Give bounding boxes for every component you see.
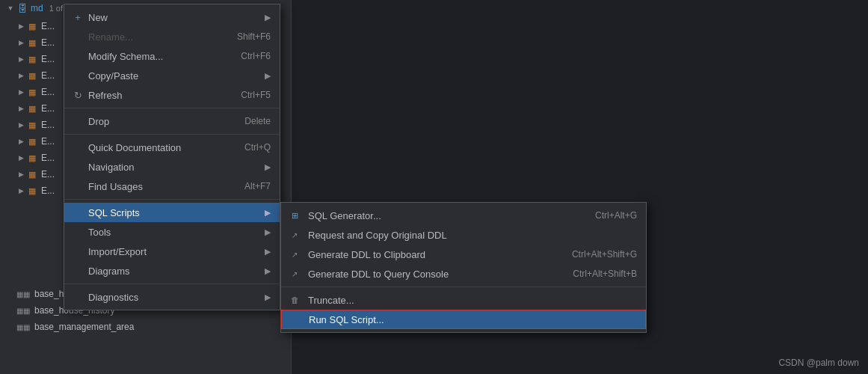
modify-shortcut: Ctrl+F6 bbox=[241, 51, 271, 61]
menu-item-quick-doc[interactable]: Quick Documentation Ctrl+Q bbox=[64, 138, 280, 157]
drop-shortcut: Delete bbox=[244, 116, 271, 126]
menu-item-refresh-label: Refresh bbox=[88, 90, 226, 101]
menu-item-copy-paste[interactable]: Copy/Paste ▶ bbox=[64, 66, 280, 85]
separator-2 bbox=[64, 134, 280, 135]
tree-label: E... bbox=[41, 87, 55, 97]
menu-item-new[interactable]: + New ▶ bbox=[64, 7, 280, 27]
tree-base-mgmt[interactable]: ▦▦ base_management_area bbox=[0, 319, 291, 335]
menu-item-new-label: New bbox=[88, 12, 259, 23]
chevron-right-icon: ▶ bbox=[16, 121, 25, 129]
submenu-runsql-label: Run SQL Script... bbox=[309, 314, 636, 325]
submenu-arrow-icon: ▶ bbox=[265, 71, 271, 81]
submenu-separator-1 bbox=[281, 286, 646, 287]
chevron-right-icon: ▶ bbox=[16, 22, 25, 30]
menu-item-drop[interactable]: Drop Delete bbox=[64, 111, 280, 131]
table-grid-icon: ▦▦ bbox=[16, 307, 30, 315]
menu-item-sqlscripts-label: SQL Scripts bbox=[88, 207, 259, 218]
menu-item-modify-schema[interactable]: Modify Schema... Ctrl+F6 bbox=[64, 46, 280, 66]
table-icon: ▦ bbox=[28, 71, 36, 81]
trash-icon: 🗑 bbox=[289, 294, 301, 306]
chevron-right-icon: ▶ bbox=[16, 154, 25, 162]
menu-item-find-usages[interactable]: Find Usages Alt+F7 bbox=[64, 177, 280, 196]
menu-item-findusages-label: Find Usages bbox=[88, 181, 230, 192]
submenu-arrow-icon: ▶ bbox=[265, 292, 271, 302]
external-link-icon: ↗ bbox=[289, 248, 301, 260]
submenu-item-request-copy-ddl[interactable]: ↗ Request and Copy Original DDL bbox=[281, 225, 646, 245]
menu-item-sql-scripts[interactable]: SQL Scripts ▶ bbox=[64, 203, 280, 222]
submenu-genddlconsole-label: Generate DDL to Query Console bbox=[308, 269, 558, 280]
menu-item-rename: Rename... Shift+F6 bbox=[64, 27, 280, 46]
chevron-right-icon: ▶ bbox=[16, 39, 25, 46]
menu-item-rename-label: Rename... bbox=[88, 31, 222, 43]
submenu-item-gen-ddl-console[interactable]: ↗ Generate DDL to Query Console Ctrl+Alt… bbox=[281, 264, 646, 283]
submenu-item-run-sql-script[interactable]: Run SQL Script... bbox=[281, 310, 646, 329]
chevron-right-icon: ▶ bbox=[16, 187, 25, 194]
menu-item-diagrams-label: Diagrams bbox=[88, 266, 259, 277]
separator-1 bbox=[64, 108, 280, 108]
menu-item-drop-label: Drop bbox=[88, 116, 230, 127]
submenu-item-truncate[interactable]: 🗑 Truncate... bbox=[281, 290, 646, 310]
table-icon: ▦ bbox=[28, 104, 36, 114]
menu-item-refresh[interactable]: ↻ Refresh Ctrl+F5 bbox=[64, 85, 280, 105]
db-icon: 🗄 bbox=[18, 3, 28, 14]
submenu-sqlgen-label: SQL Generator... bbox=[308, 210, 580, 221]
submenu-item-gen-ddl-clipboard[interactable]: ↗ Generate DDL to Clipboard Ctrl+Alt+Shi… bbox=[281, 245, 646, 264]
findusages-shortcut: Alt+F7 bbox=[244, 181, 271, 191]
quickdoc-shortcut: Ctrl+Q bbox=[244, 142, 271, 153]
tree-label: E... bbox=[41, 103, 55, 114]
chevron-right-icon: ▶ bbox=[16, 72, 25, 79]
table-icon: ▦ bbox=[28, 120, 36, 130]
table-icon: ▦ bbox=[28, 88, 36, 97]
submenu-arrow-icon: ▶ bbox=[265, 162, 271, 172]
sql-gen-icon: ⊞ bbox=[289, 209, 301, 221]
menu-item-diagrams[interactable]: Diagrams ▶ bbox=[64, 261, 280, 280]
db-label: md bbox=[31, 3, 43, 13]
table-icon: ▦ bbox=[28, 153, 36, 163]
genddlclip-shortcut: Ctrl+Alt+Shift+G bbox=[572, 249, 637, 260]
menu-item-modify-label: Modify Schema... bbox=[88, 51, 226, 62]
table-icon: ▦ bbox=[28, 170, 36, 180]
table-icon: ▦ bbox=[28, 186, 36, 196]
menu-item-tools[interactable]: Tools ▶ bbox=[64, 222, 280, 242]
separator-4 bbox=[64, 283, 280, 284]
menu-item-nav-label: Navigation bbox=[88, 162, 259, 173]
menu-item-quickdoc-label: Quick Documentation bbox=[88, 142, 230, 153]
menu-item-tools-label: Tools bbox=[88, 227, 259, 238]
tree-label: E... bbox=[41, 169, 55, 180]
table-icon: ▦ bbox=[28, 38, 36, 48]
submenu-arrow-icon: ▶ bbox=[265, 208, 271, 218]
submenu-genddlclip-label: Generate DDL to Clipboard bbox=[308, 249, 557, 260]
external-link-icon: ↗ bbox=[289, 268, 301, 280]
tree-label: E... bbox=[41, 37, 55, 48]
table-icon: ▦ bbox=[28, 137, 36, 147]
chevron-right-icon: ▶ bbox=[16, 171, 25, 178]
submenu-truncate-label: Truncate... bbox=[308, 295, 637, 306]
menu-item-diagnostics-label: Diagnostics bbox=[88, 292, 259, 303]
menu-item-importexport-label: Import/Export bbox=[88, 246, 259, 257]
table-grid-icon: ▦▦ bbox=[16, 290, 30, 298]
menu-item-diagnostics[interactable]: Diagnostics ▶ bbox=[64, 287, 280, 307]
chevron-right-icon: ▶ bbox=[16, 88, 25, 96]
menu-item-navigation[interactable]: Navigation ▶ bbox=[64, 157, 280, 177]
tree-label: E... bbox=[41, 186, 55, 196]
table-icon: ▦ bbox=[28, 22, 36, 31]
tree-label: E... bbox=[41, 153, 55, 163]
chevron-right-icon: ▶ bbox=[16, 55, 25, 63]
table-icon: ▦ bbox=[28, 55, 36, 64]
menu-item-import-export[interactable]: Import/Export ▶ bbox=[64, 242, 280, 261]
new-icon: + bbox=[72, 11, 84, 23]
chevron-right-icon: ▶ bbox=[16, 105, 25, 112]
sqlgen-shortcut: Ctrl+Alt+G bbox=[595, 210, 637, 221]
rename-shortcut: Shift+F6 bbox=[237, 31, 271, 42]
tree-label: E... bbox=[41, 120, 55, 130]
tree-label: E... bbox=[41, 70, 55, 81]
separator-3 bbox=[64, 199, 280, 200]
refresh-shortcut: Ctrl+F5 bbox=[241, 90, 271, 100]
submenu-arrow-icon: ▶ bbox=[265, 247, 271, 257]
chevron-down-icon: ▼ bbox=[6, 4, 15, 12]
chevron-right-icon: ▶ bbox=[16, 138, 25, 145]
external-link-icon: ↗ bbox=[289, 229, 301, 241]
tree-label: E... bbox=[41, 136, 55, 147]
submenu-item-sql-generator[interactable]: ⊞ SQL Generator... Ctrl+Alt+G bbox=[281, 206, 646, 225]
table-grid-icon: ▦▦ bbox=[16, 323, 30, 331]
